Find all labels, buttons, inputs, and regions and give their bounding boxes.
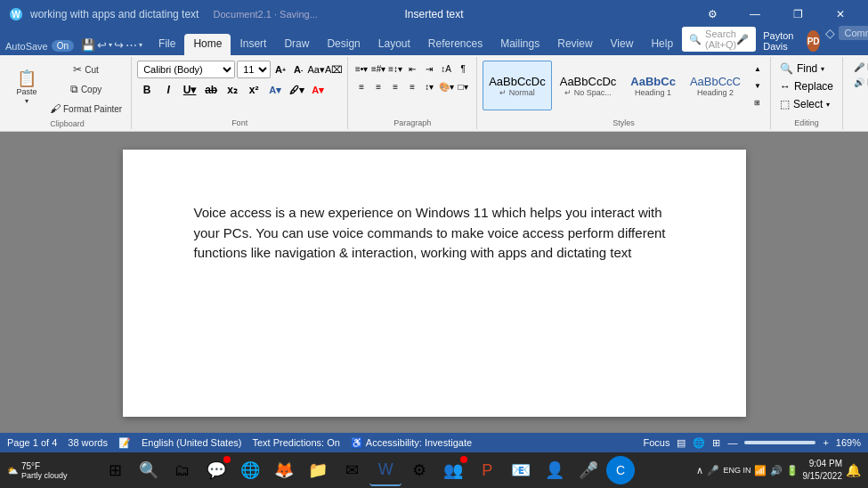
notification-btn[interactable]: 🔔 [846,463,861,477]
word-count[interactable]: 38 words [68,437,108,448]
zoom-in-btn[interactable]: + [823,437,828,448]
language-icon[interactable]: ENG IN [723,466,750,476]
tab-insert[interactable]: Insert [231,34,275,55]
superscript-btn[interactable]: x² [244,80,264,100]
style-no-spacing[interactable]: AaBbCcDc ↵ No Spac... [554,61,623,110]
chevron-icon[interactable]: ∧ [696,465,703,476]
style-scroll-down[interactable]: ▼ [750,77,765,94]
justify-btn[interactable]: ≡ [404,78,420,94]
tab-references[interactable]: References [419,34,491,55]
style-heading1[interactable]: AaBbCc Heading 1 [624,61,682,110]
style-normal[interactable]: AaBbCcDc ↵ Normal [483,61,552,110]
tab-view[interactable]: View [602,34,643,55]
settings-btn[interactable]: ⚙ [692,0,733,28]
zoom-level[interactable]: 169% [836,437,861,448]
weather-area[interactable]: ⛅ 75°F Partly cloudy [7,461,68,480]
immersive-btn[interactable]: ⊞ [712,437,720,449]
sort-btn[interactable]: ↕A [438,61,454,77]
style-heading2[interactable]: AaBbCcC Heading 2 [684,61,747,110]
undo-btn[interactable]: ↩ [97,38,107,52]
settings-taskbar-btn[interactable]: ⚙ [403,454,435,486]
tab-file[interactable]: File [150,34,184,55]
comments-btn[interactable]: Comments [839,26,868,40]
tab-draw[interactable]: Draw [275,34,318,55]
more-btn[interactable]: ⋯ [126,38,137,52]
tab-mailings[interactable]: Mailings [491,34,548,55]
page-indicator[interactable]: Page 1 of 4 [7,437,57,448]
start-btn[interactable]: ⊞ [99,454,131,486]
align-right-btn[interactable]: ≡ [387,78,403,94]
select-dropdown[interactable]: ▾ [826,101,830,109]
bold-btn[interactable]: B [137,80,157,100]
copilot-btn[interactable]: C [606,456,635,484]
dictate-btn[interactable]: 🎤 Dictate ▾ [848,61,868,74]
outlook-btn[interactable]: 📧 [505,454,537,486]
explorer-btn[interactable]: 📁 [302,454,334,486]
tab-design[interactable]: Design [318,34,369,55]
autosave-toggle[interactable]: On [52,40,74,52]
undo-dropdown[interactable]: ▾ [109,41,112,49]
subscript-btn[interactable]: x₂ [223,80,242,100]
tab-layout[interactable]: Layout [369,34,419,55]
highlight-btn[interactable]: 🖊▾ [287,80,306,100]
bullets-btn[interactable]: ≡•▾ [353,61,369,77]
people-btn[interactable]: 👤 [539,454,571,486]
clock-area[interactable]: 9:04 PM 9/15/2022 [802,458,842,483]
clear-format-btn[interactable]: A⌧ [326,61,342,77]
user-avatar[interactable]: PD [807,30,821,52]
task-view-btn[interactable]: 🗂 [166,454,199,486]
tab-review[interactable]: Review [548,34,601,55]
text-effects-btn[interactable]: A▾ [265,80,285,100]
wifi-icon[interactable]: 📶 [754,465,767,476]
track-changes-icon[interactable]: 📝 [118,437,131,449]
tab-help[interactable]: Help [642,34,682,55]
web-layout-btn[interactable]: 🌐 [693,437,705,449]
search-bar[interactable]: 🔍 Search (Alt+Q) 🎤 [682,27,756,52]
dropdown-btn[interactable]: ▾ [139,41,142,49]
underline-btn[interactable]: U▾ [180,80,199,100]
strikethrough-btn[interactable]: ab [201,80,221,100]
copy-btn[interactable]: ⧉ Copy [46,80,126,98]
grow-font-btn[interactable]: A+ [272,61,288,77]
font-size-select[interactable]: 11 [237,61,271,78]
cut-btn[interactable]: ✂ Cut [46,61,126,78]
style-expand[interactable]: ⊞ [750,94,765,110]
restore-btn[interactable]: ❐ [777,0,818,28]
change-case-btn[interactable]: Aa▾ [308,61,324,77]
voice-access-btn[interactable]: 🎤 [572,454,604,486]
italic-btn[interactable]: I [158,80,178,100]
redo-btn[interactable]: ↪ [114,38,124,52]
diamond-icon[interactable]: ◇ [825,26,835,40]
minimize-btn[interactable]: — [734,0,775,28]
replace-btn[interactable]: ↔ Replace [776,78,837,94]
zoom-out-btn[interactable]: — [727,437,737,448]
chat-btn[interactable]: 💬 [200,454,232,486]
edge-btn[interactable]: 🌐 [234,454,266,486]
increase-indent-btn[interactable]: ⇥ [421,61,437,77]
teams-btn[interactable]: 👥 [437,454,469,486]
document-page[interactable]: Voice access is a new experience on Wind… [123,150,746,417]
line-spacing-btn[interactable]: ↕▾ [421,78,437,94]
search-btn[interactable]: 🔍 [133,454,165,486]
firefox-btn[interactable]: 🦊 [268,454,300,486]
save-icon[interactable]: 💾 [81,38,95,52]
font-family-select[interactable]: Calibri (Body) [137,61,235,78]
select-btn[interactable]: ⬚ Select ▾ [776,96,833,112]
tab-home[interactable]: Home [184,34,231,55]
volume-icon[interactable]: 🔊 [770,465,783,476]
shrink-font-btn[interactable]: A- [290,61,306,77]
language-indicator[interactable]: English (United States) [142,437,242,448]
mail-btn[interactable]: ✉ [336,454,368,486]
find-dropdown[interactable]: ▾ [821,65,824,73]
zoom-slider[interactable] [744,441,815,444]
format-painter-btn[interactable]: 🖌 Format Painter [46,100,126,118]
paste-dropdown[interactable]: ▾ [25,97,28,105]
find-btn[interactable]: 🔍 Find ▾ [776,61,828,77]
text-predictions[interactable]: Text Predictions: On [252,437,339,448]
paste-btn[interactable]: 📋 Paste ▾ [9,61,45,114]
multilevel-btn[interactable]: ≡↕▾ [387,61,403,77]
mic-sys-icon[interactable]: 🎤 [707,465,719,476]
read-aloud-btn[interactable]: 🔊 Read Aloud [848,76,868,89]
decrease-indent-btn[interactable]: ⇤ [404,61,420,77]
powerpoint-btn[interactable]: P [471,454,503,486]
